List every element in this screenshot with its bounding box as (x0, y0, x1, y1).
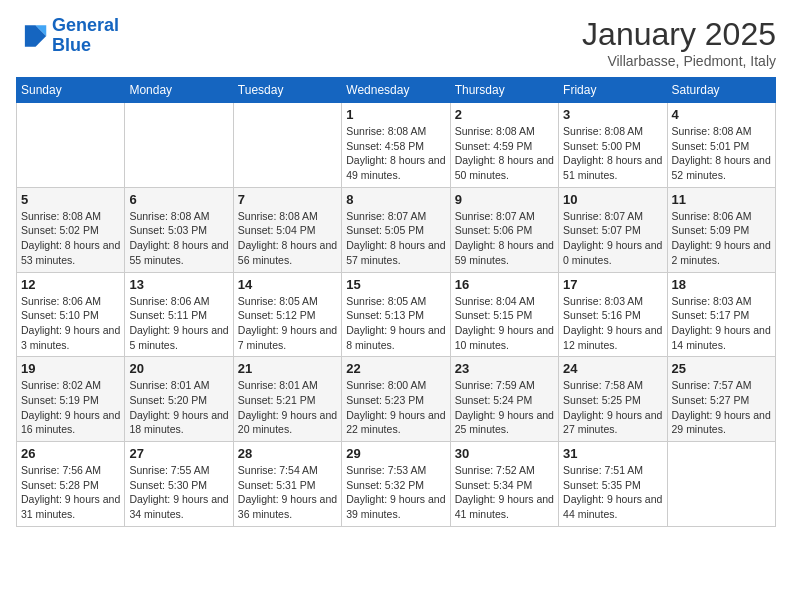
day-number: 13 (129, 277, 228, 292)
day-number: 17 (563, 277, 662, 292)
calendar-week-row: 26Sunrise: 7:56 AM Sunset: 5:28 PM Dayli… (17, 442, 776, 527)
day-info: Sunrise: 8:08 AM Sunset: 5:03 PM Dayligh… (129, 209, 228, 268)
day-number: 11 (672, 192, 771, 207)
weekday-header: Saturday (667, 78, 775, 103)
day-number: 7 (238, 192, 337, 207)
calendar-week-row: 1Sunrise: 8:08 AM Sunset: 4:58 PM Daylig… (17, 103, 776, 188)
calendar-cell: 8Sunrise: 8:07 AM Sunset: 5:05 PM Daylig… (342, 187, 450, 272)
day-info: Sunrise: 7:54 AM Sunset: 5:31 PM Dayligh… (238, 463, 337, 522)
day-info: Sunrise: 8:08 AM Sunset: 4:59 PM Dayligh… (455, 124, 554, 183)
calendar-cell: 29Sunrise: 7:53 AM Sunset: 5:32 PM Dayli… (342, 442, 450, 527)
day-info: Sunrise: 8:08 AM Sunset: 5:00 PM Dayligh… (563, 124, 662, 183)
day-number: 1 (346, 107, 445, 122)
day-number: 19 (21, 361, 120, 376)
day-info: Sunrise: 8:02 AM Sunset: 5:19 PM Dayligh… (21, 378, 120, 437)
calendar-cell: 2Sunrise: 8:08 AM Sunset: 4:59 PM Daylig… (450, 103, 558, 188)
calendar-table: SundayMondayTuesdayWednesdayThursdayFrid… (16, 77, 776, 527)
day-info: Sunrise: 8:07 AM Sunset: 5:05 PM Dayligh… (346, 209, 445, 268)
day-info: Sunrise: 8:06 AM Sunset: 5:11 PM Dayligh… (129, 294, 228, 353)
calendar-cell: 3Sunrise: 8:08 AM Sunset: 5:00 PM Daylig… (559, 103, 667, 188)
title-block: January 2025 Villarbasse, Piedmont, Ital… (582, 16, 776, 69)
day-number: 18 (672, 277, 771, 292)
day-number: 15 (346, 277, 445, 292)
day-info: Sunrise: 8:08 AM Sunset: 5:04 PM Dayligh… (238, 209, 337, 268)
month-title: January 2025 (582, 16, 776, 53)
calendar-cell: 7Sunrise: 8:08 AM Sunset: 5:04 PM Daylig… (233, 187, 341, 272)
calendar-cell: 28Sunrise: 7:54 AM Sunset: 5:31 PM Dayli… (233, 442, 341, 527)
day-info: Sunrise: 7:52 AM Sunset: 5:34 PM Dayligh… (455, 463, 554, 522)
calendar-cell: 4Sunrise: 8:08 AM Sunset: 5:01 PM Daylig… (667, 103, 775, 188)
day-info: Sunrise: 7:51 AM Sunset: 5:35 PM Dayligh… (563, 463, 662, 522)
day-info: Sunrise: 8:05 AM Sunset: 5:13 PM Dayligh… (346, 294, 445, 353)
day-number: 23 (455, 361, 554, 376)
day-number: 6 (129, 192, 228, 207)
calendar-cell: 17Sunrise: 8:03 AM Sunset: 5:16 PM Dayli… (559, 272, 667, 357)
day-number: 2 (455, 107, 554, 122)
day-number: 10 (563, 192, 662, 207)
weekday-header: Friday (559, 78, 667, 103)
calendar-cell: 9Sunrise: 8:07 AM Sunset: 5:06 PM Daylig… (450, 187, 558, 272)
day-number: 3 (563, 107, 662, 122)
day-info: Sunrise: 7:56 AM Sunset: 5:28 PM Dayligh… (21, 463, 120, 522)
day-number: 27 (129, 446, 228, 461)
day-number: 25 (672, 361, 771, 376)
calendar-cell (667, 442, 775, 527)
day-number: 29 (346, 446, 445, 461)
day-info: Sunrise: 7:57 AM Sunset: 5:27 PM Dayligh… (672, 378, 771, 437)
calendar-week-row: 12Sunrise: 8:06 AM Sunset: 5:10 PM Dayli… (17, 272, 776, 357)
calendar-cell: 14Sunrise: 8:05 AM Sunset: 5:12 PM Dayli… (233, 272, 341, 357)
day-info: Sunrise: 8:04 AM Sunset: 5:15 PM Dayligh… (455, 294, 554, 353)
calendar-week-row: 5Sunrise: 8:08 AM Sunset: 5:02 PM Daylig… (17, 187, 776, 272)
day-number: 22 (346, 361, 445, 376)
calendar-cell: 26Sunrise: 7:56 AM Sunset: 5:28 PM Dayli… (17, 442, 125, 527)
day-info: Sunrise: 7:59 AM Sunset: 5:24 PM Dayligh… (455, 378, 554, 437)
calendar-cell: 25Sunrise: 7:57 AM Sunset: 5:27 PM Dayli… (667, 357, 775, 442)
calendar-cell: 19Sunrise: 8:02 AM Sunset: 5:19 PM Dayli… (17, 357, 125, 442)
calendar-cell (233, 103, 341, 188)
logo-icon (16, 20, 48, 52)
day-info: Sunrise: 7:53 AM Sunset: 5:32 PM Dayligh… (346, 463, 445, 522)
weekday-header: Sunday (17, 78, 125, 103)
calendar-cell: 15Sunrise: 8:05 AM Sunset: 5:13 PM Dayli… (342, 272, 450, 357)
day-number: 16 (455, 277, 554, 292)
calendar-cell: 27Sunrise: 7:55 AM Sunset: 5:30 PM Dayli… (125, 442, 233, 527)
day-info: Sunrise: 8:01 AM Sunset: 5:21 PM Dayligh… (238, 378, 337, 437)
weekday-header: Monday (125, 78, 233, 103)
day-number: 9 (455, 192, 554, 207)
day-number: 28 (238, 446, 337, 461)
day-info: Sunrise: 7:55 AM Sunset: 5:30 PM Dayligh… (129, 463, 228, 522)
location-subtitle: Villarbasse, Piedmont, Italy (582, 53, 776, 69)
weekday-header: Tuesday (233, 78, 341, 103)
calendar-cell: 20Sunrise: 8:01 AM Sunset: 5:20 PM Dayli… (125, 357, 233, 442)
day-info: Sunrise: 8:03 AM Sunset: 5:17 PM Dayligh… (672, 294, 771, 353)
weekday-header: Thursday (450, 78, 558, 103)
day-number: 12 (21, 277, 120, 292)
day-number: 21 (238, 361, 337, 376)
day-info: Sunrise: 8:03 AM Sunset: 5:16 PM Dayligh… (563, 294, 662, 353)
calendar-cell: 18Sunrise: 8:03 AM Sunset: 5:17 PM Dayli… (667, 272, 775, 357)
day-number: 4 (672, 107, 771, 122)
day-info: Sunrise: 8:08 AM Sunset: 5:01 PM Dayligh… (672, 124, 771, 183)
day-number: 30 (455, 446, 554, 461)
day-number: 20 (129, 361, 228, 376)
logo: General Blue (16, 16, 119, 56)
weekday-header-row: SundayMondayTuesdayWednesdayThursdayFrid… (17, 78, 776, 103)
day-number: 14 (238, 277, 337, 292)
calendar-cell: 31Sunrise: 7:51 AM Sunset: 5:35 PM Dayli… (559, 442, 667, 527)
calendar-cell: 30Sunrise: 7:52 AM Sunset: 5:34 PM Dayli… (450, 442, 558, 527)
day-info: Sunrise: 8:00 AM Sunset: 5:23 PM Dayligh… (346, 378, 445, 437)
day-number: 31 (563, 446, 662, 461)
day-info: Sunrise: 8:07 AM Sunset: 5:07 PM Dayligh… (563, 209, 662, 268)
day-info: Sunrise: 8:06 AM Sunset: 5:09 PM Dayligh… (672, 209, 771, 268)
logo-line1: General (52, 15, 119, 35)
logo-text: General Blue (52, 16, 119, 56)
calendar-cell (125, 103, 233, 188)
logo-line2: Blue (52, 35, 91, 55)
day-info: Sunrise: 8:06 AM Sunset: 5:10 PM Dayligh… (21, 294, 120, 353)
day-info: Sunrise: 8:08 AM Sunset: 4:58 PM Dayligh… (346, 124, 445, 183)
weekday-header: Wednesday (342, 78, 450, 103)
day-info: Sunrise: 8:07 AM Sunset: 5:06 PM Dayligh… (455, 209, 554, 268)
calendar-cell: 5Sunrise: 8:08 AM Sunset: 5:02 PM Daylig… (17, 187, 125, 272)
page-header: General Blue January 2025 Villarbasse, P… (16, 16, 776, 69)
calendar-cell: 6Sunrise: 8:08 AM Sunset: 5:03 PM Daylig… (125, 187, 233, 272)
